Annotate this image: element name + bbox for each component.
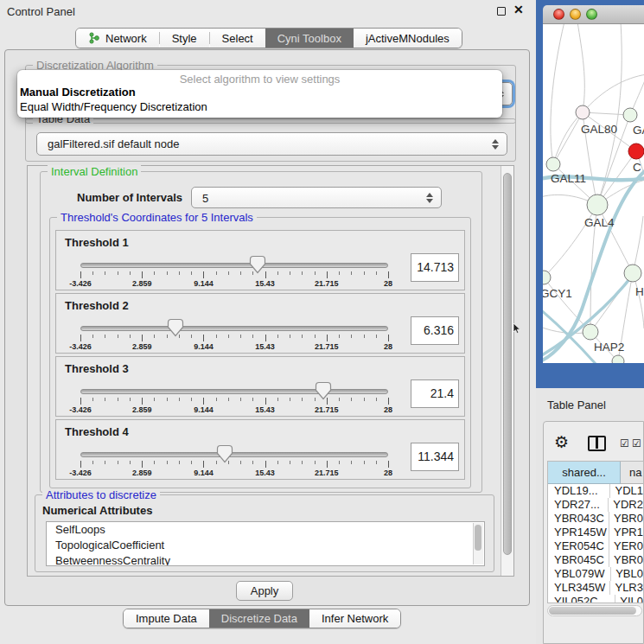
tick-mark xyxy=(252,461,253,464)
slider-track[interactable] xyxy=(80,452,388,457)
list-scrollbar[interactable] xyxy=(473,523,483,564)
minimize-traffic-light-icon[interactable] xyxy=(570,9,581,20)
tick-label: 9.144 xyxy=(194,342,214,351)
network-node-GCY1[interactable] xyxy=(543,271,551,284)
slider-thumb[interactable] xyxy=(167,318,184,337)
column-header-name[interactable]: na xyxy=(621,462,643,484)
attribute-list-item[interactable]: TopologicalCoefficient xyxy=(47,538,484,553)
slider-track[interactable] xyxy=(80,263,388,268)
table-row[interactable]: YER054CYER0 xyxy=(548,539,643,553)
table-row[interactable]: YDR27...YDR2 xyxy=(548,498,643,512)
table-row[interactable]: YBL079WYBL0 xyxy=(548,567,643,581)
slider-thumb[interactable] xyxy=(315,381,332,400)
network-node-GAL80[interactable] xyxy=(576,105,590,119)
tick-mark xyxy=(302,461,303,464)
tick-label: 28 xyxy=(384,342,392,351)
table-row[interactable]: YLR345WYLR3 xyxy=(548,581,643,595)
top-tab-bar: Network Style Select Cyni Toolbox jActiv… xyxy=(75,28,462,48)
cell-name: YLR3 xyxy=(610,581,643,595)
network-node-GAL11[interactable] xyxy=(546,157,560,171)
tick-mark xyxy=(376,461,377,464)
tab-select[interactable]: Select xyxy=(210,29,265,48)
dropdown-option-manual[interactable]: Manual Discretization xyxy=(17,85,502,99)
slider-track[interactable] xyxy=(80,326,388,331)
tick-mark xyxy=(92,398,93,401)
network-canvas[interactable]: GAL80GACGAL11GAL4GCY1HHAP2 xyxy=(543,24,644,363)
mouse-cursor xyxy=(513,322,521,335)
table-row[interactable]: YBR043CYBR0 xyxy=(548,512,643,526)
vertical-scrollbar[interactable] xyxy=(501,166,513,576)
zoom-traffic-light-icon[interactable] xyxy=(586,9,597,20)
slider-thumb[interactable] xyxy=(216,444,233,463)
network-node-GAL4[interactable] xyxy=(587,194,608,215)
threshold-slider[interactable]: -3.4262.8599.14415.4321.71528 xyxy=(56,294,419,354)
tick-mark xyxy=(167,461,168,464)
table-row[interactable]: YIL052CYIL0 xyxy=(548,595,643,603)
scrollbar-thumb[interactable] xyxy=(503,173,512,555)
scrollbar-thumb[interactable] xyxy=(549,607,636,615)
tick-mark xyxy=(191,398,192,401)
threshold-slider[interactable]: -3.4262.8599.14415.4321.71528 xyxy=(56,231,419,291)
table-panel-body: ⚙ ☑ ☑ shared... na YDL19...YDL1YDR27...Y… xyxy=(543,421,644,644)
tick-mark xyxy=(364,398,365,401)
network-edge[interactable] xyxy=(583,74,644,112)
apply-button[interactable]: Apply xyxy=(236,581,293,601)
tab-network[interactable]: Network xyxy=(76,29,159,48)
tick-mark xyxy=(364,461,365,464)
tab-discretize-data[interactable]: Discretize Data xyxy=(209,609,309,628)
tick-mark xyxy=(277,398,278,401)
cell-shared-name: YPR145W xyxy=(548,526,609,539)
gear-icon[interactable]: ⚙ xyxy=(554,434,569,450)
threshold-value-box[interactable]: 11.344 xyxy=(411,443,459,471)
threshold-value-box[interactable]: 6.316 xyxy=(411,316,459,345)
threshold-slider[interactable]: -3.4262.8599.14415.4321.71528 xyxy=(56,420,419,481)
network-edge[interactable] xyxy=(553,112,583,164)
threshold-value-box[interactable]: 21.4 xyxy=(411,379,459,408)
attribute-list-item[interactable]: SelfLoops xyxy=(47,522,484,538)
group-title: Threshold's Coordinates for 5 Intervals xyxy=(57,211,257,224)
network-node-HAP2[interactable] xyxy=(583,324,598,340)
tab-infer-network[interactable]: Infer Network xyxy=(309,609,400,628)
network-node-red-node[interactable] xyxy=(628,143,644,159)
table-row[interactable]: YBR045CYBR0 xyxy=(548,553,643,567)
split-view-icon[interactable] xyxy=(588,436,606,451)
tick-mark xyxy=(203,461,204,468)
tab-jactivemnodules[interactable]: jActiveMNodules xyxy=(354,29,462,48)
network-node-bottom[interactable] xyxy=(612,355,624,363)
tab-cyni-toolbox[interactable]: Cyni Toolbox xyxy=(265,29,354,48)
network-node-H[interactable] xyxy=(624,265,641,282)
dropdown-option-equal-width[interactable]: Equal Width/Frequency Discretization xyxy=(17,99,502,114)
network-edge[interactable] xyxy=(577,24,584,112)
tick-mark xyxy=(179,461,180,464)
float-window-icon[interactable] xyxy=(497,7,506,16)
checkbox-icon[interactable]: ☑ xyxy=(620,437,629,450)
cell-name: YIL0 xyxy=(615,595,643,603)
checkbox-icon[interactable]: ☑ xyxy=(632,437,641,450)
scrollbar-thumb[interactable] xyxy=(475,525,481,551)
tick-mark xyxy=(216,398,217,401)
window-titlebar[interactable] xyxy=(543,5,644,24)
close-icon[interactable]: ✕ xyxy=(513,3,524,16)
network-node-top-right[interactable] xyxy=(623,108,637,122)
tick-mark xyxy=(265,398,266,405)
tick-label: 9.144 xyxy=(194,279,214,288)
table-row[interactable]: YDL19...YDL1 xyxy=(548,484,643,498)
threshold-value-box[interactable]: 14.713 xyxy=(411,253,459,282)
attribute-list-item[interactable]: BetweennessCentrality xyxy=(47,553,484,566)
network-graph: GAL80GACGAL11GAL4GCY1HHAP2 xyxy=(543,24,644,363)
column-header-shared-name[interactable]: shared... xyxy=(548,462,621,484)
number-of-intervals-combobox[interactable]: 5 xyxy=(191,187,442,208)
slider-thumb[interactable] xyxy=(249,255,266,274)
horizontal-scrollbar[interactable] xyxy=(547,605,642,616)
network-edge[interactable] xyxy=(551,24,564,164)
close-traffic-light-icon[interactable] xyxy=(553,9,564,20)
tab-style[interactable]: Style xyxy=(160,29,209,48)
table-row[interactable]: YPR145WYPR1 xyxy=(548,526,643,539)
tick-mark xyxy=(315,335,316,338)
tab-impute-data[interactable]: Impute Data xyxy=(124,609,209,628)
tick-mark xyxy=(92,461,93,464)
slider-track[interactable] xyxy=(80,389,388,394)
table-data-combobox[interactable]: galFiltered.sif default node xyxy=(36,132,507,156)
tick-mark xyxy=(203,271,204,278)
threshold-slider[interactable]: -3.4262.8599.14415.4321.71528 xyxy=(56,357,419,418)
